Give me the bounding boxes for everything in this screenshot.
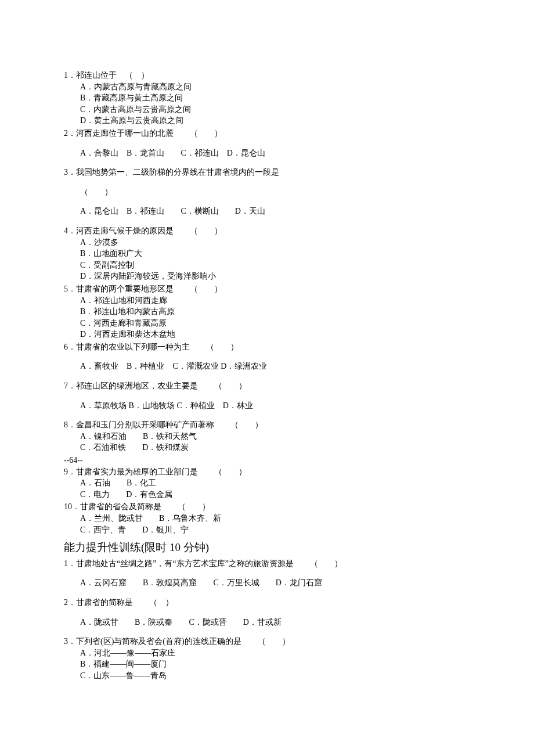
options-row: A．草原牧场 B．山地牧场 C．种植业 D．林业	[64, 400, 470, 412]
question-6: 6．甘肃省的农业以下列哪一种为主 （ ） A．畜牧业 B．种植业 C．灌溉农业 …	[64, 341, 470, 372]
blank-paren: （ ）	[64, 186, 470, 198]
option-a: A．河北——豫——石家庄	[64, 647, 470, 659]
question-stem: 6．甘肃省的农业以下列哪一种为主 （ ）	[64, 341, 470, 353]
question-stem: 2．河西走廊位于哪一山的北麓 （ ）	[64, 128, 470, 139]
question-stem: 7．祁连山区的绿洲地区，农业主要是 （ ）	[64, 380, 470, 392]
s2-question-1: 1．甘肃地处古“丝绸之路”，有“东方艺术宝库”之称的旅游资源是 （ ） A．云冈…	[64, 558, 470, 589]
options-row: A．云冈石窟 B．敦煌莫高窟 C．万里长城 D．龙门石窟	[64, 577, 470, 589]
option-b: B．青藏高原与黄土高原之间	[64, 92, 470, 104]
s2-question-2: 2．甘肃省的简称是 （ ） A．陇或甘 B．陕或秦 C．陇或晋 D．甘或新	[64, 597, 470, 628]
option-a: A．祁连山地和河西走廊	[64, 295, 470, 307]
options-row: A．昆仑山 B．祁连山 C．横断山 D．天山	[64, 206, 470, 217]
options-row-2: C．西宁、青 D．银川、宁	[64, 524, 470, 536]
options-row-2: C．电力 D．有色金属	[64, 489, 470, 501]
option-d: D．黄土高原与云贵高原之间	[64, 115, 470, 127]
question-4: 4．河西走廊气候干燥的原因是 （ ） A．沙漠多 B．山地面积广大 C．受副高控…	[64, 225, 470, 282]
option-c: C．受副高控制	[64, 260, 470, 271]
question-stem: 5．甘肃省的两个重要地形区是 （ ）	[64, 283, 470, 295]
section-title: 能力提升性训练(限时 10 分钟)	[64, 540, 470, 556]
options-row: A．畜牧业 B．种植业 C．灌溉农业 D．绿洲农业	[64, 361, 470, 372]
question-3: 3．我国地势第一、二级阶梯的分界线在甘肃省境内的一段是 （ ） A．昆仑山 B．…	[64, 167, 470, 217]
option-c: C．河西走廊和青藏高原	[64, 318, 470, 329]
question-stem: 4．河西走廊气候干燥的原因是 （ ）	[64, 225, 470, 237]
question-10: 10．甘肃省的省会及简称是 （ ） A．兰州、陇或甘 B．乌鲁木齐、新 C．西宁…	[64, 501, 470, 535]
question-stem: 1．甘肃地处古“丝绸之路”，有“东方艺术宝库”之称的旅游资源是 （ ）	[64, 558, 470, 570]
options-row-2: C．石油和铁 D．铁和煤炭	[64, 442, 470, 453]
question-stem: 9．甘肃省实力最为雄厚的工业部门是 （ ）	[64, 466, 470, 478]
options-row-1: A．石油 B．化工	[64, 477, 470, 489]
question-stem: 1．祁连山位于 （ ）	[64, 70, 470, 81]
options-row: A．合黎山 B．龙首山 C．祁连山 D．昆仑山	[64, 147, 470, 159]
question-stem: 10．甘肃省的省会及简称是 （ ）	[64, 501, 470, 513]
option-d: D．河西走廊和柴达木盆地	[64, 329, 470, 340]
question-9: 9．甘肃省实力最为雄厚的工业部门是 （ ） A．石油 B．化工 C．电力 D．有…	[64, 466, 470, 501]
question-1: 1．祁连山位于 （ ） A．内蒙古高原与青藏高原之间 B．青藏高原与黄土高原之间…	[64, 70, 470, 127]
options-row: A．陇或甘 B．陕或秦 C．陇或晋 D．甘或新	[64, 617, 470, 628]
question-stem: 3．下列省(区)与简称及省会(首府)的连线正确的是 （ ）	[64, 636, 470, 647]
option-d: D．深居内陆距海较远，受海洋影响小	[64, 271, 470, 282]
option-c: C．山东——鲁——青岛	[64, 670, 470, 682]
option-c: C．内蒙古高原与云贵高原之间	[64, 104, 470, 116]
options-row-1: A．兰州、陇或甘 B．乌鲁木齐、新	[64, 513, 470, 524]
question-5: 5．甘肃省的两个重要地形区是 （ ） A．祁连山地和河西走廊 B．祁连山地和内蒙…	[64, 283, 470, 340]
option-b: B．福建——闽——厦门	[64, 658, 470, 670]
options-row-1: A．镍和石油 B．铁和天然气	[64, 431, 470, 442]
option-b: B．山地面积广大	[64, 248, 470, 260]
page-marker: --64--	[64, 455, 470, 466]
option-b: B．祁连山地和内蒙古高原	[64, 306, 470, 318]
s2-question-3: 3．下列省(区)与简称及省会(首府)的连线正确的是 （ ） A．河北——豫——石…	[64, 636, 470, 681]
option-a: A．沙漠多	[64, 237, 470, 249]
option-a: A．内蒙古高原与青藏高原之间	[64, 81, 470, 93]
question-7: 7．祁连山区的绿洲地区，农业主要是 （ ） A．草原牧场 B．山地牧场 C．种植…	[64, 380, 470, 411]
question-stem: 8．金昌和玉门分别以开采哪种矿产而著称 （ ）	[64, 419, 470, 431]
question-2: 2．河西走廊位于哪一山的北麓 （ ） A．合黎山 B．龙首山 C．祁连山 D．昆…	[64, 128, 470, 159]
question-stem: 3．我国地势第一、二级阶梯的分界线在甘肃省境内的一段是	[64, 167, 470, 178]
question-stem: 2．甘肃省的简称是 （ ）	[64, 597, 470, 609]
question-8: 8．金昌和玉门分别以开采哪种矿产而著称 （ ） A．镍和石油 B．铁和天然气 C…	[64, 419, 470, 453]
